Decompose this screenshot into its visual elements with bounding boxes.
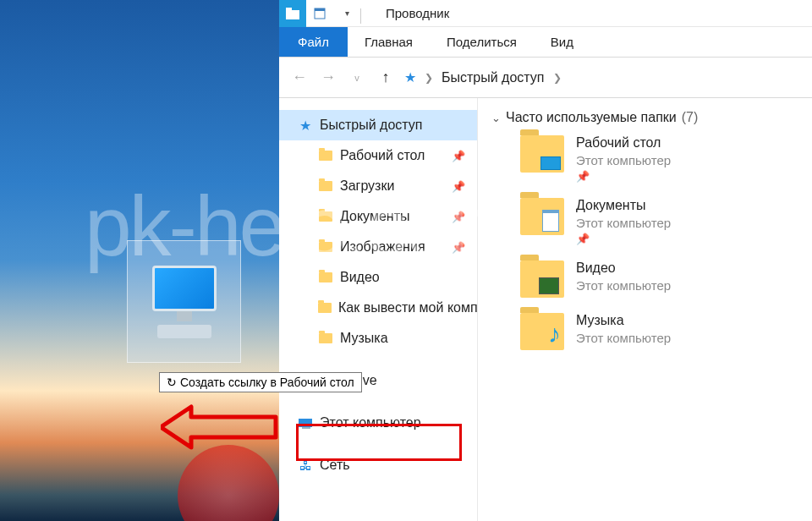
sidebar-item-folder[interactable]: Как вывести мой компьютер bbox=[279, 293, 477, 323]
pin-icon: 📌 bbox=[452, 150, 465, 162]
nav-pane: ★ Быстрый доступ Рабочий стол📌 Загрузки📌… bbox=[279, 98, 478, 521]
nav-up[interactable]: ↑ bbox=[376, 69, 396, 86]
nav-toolbar: ← → v ↑ ★ ❯ Быстрый доступ ❯ bbox=[279, 58, 812, 98]
chevron-right-icon: ❯ bbox=[425, 72, 433, 84]
folder-icon bbox=[319, 272, 332, 282]
sidebar-item-documents[interactable]: Документы📌 bbox=[279, 201, 477, 232]
breadcrumb[interactable]: ★ ❯ Быстрый доступ ❯ bbox=[404, 69, 562, 85]
folder-icon bbox=[520, 198, 564, 235]
folder-icon bbox=[319, 242, 332, 252]
pin-icon: 📌 bbox=[452, 180, 465, 193]
annotation-arrow bbox=[161, 402, 279, 452]
folder-icon bbox=[319, 151, 332, 161]
nav-recent-dropdown[interactable]: v bbox=[347, 73, 367, 83]
tab-share[interactable]: Поделиться bbox=[430, 27, 534, 57]
pc-icon bbox=[299, 419, 312, 427]
folder-icon: ♪ bbox=[520, 313, 564, 350]
folder-icon bbox=[520, 135, 564, 173]
nav-back[interactable]: ← bbox=[289, 69, 310, 86]
qat-dropdown[interactable]: ▾ bbox=[333, 0, 360, 27]
window-title: Проводник bbox=[386, 6, 449, 20]
svg-rect-4 bbox=[315, 8, 325, 11]
desktop-icon-this-pc[interactable] bbox=[127, 240, 241, 363]
sidebar-this-pc[interactable]: Этот компьютер bbox=[279, 408, 477, 438]
drag-tooltip: ↻ Создать ссылку в Рабочий стол bbox=[159, 372, 362, 392]
folder-card-documents[interactable]: ДокументыЭтот компьютер📌 bbox=[520, 198, 798, 245]
pin-icon: 📌 bbox=[452, 241, 465, 254]
sidebar-item-videos[interactable]: Видео bbox=[279, 262, 477, 293]
folder-icon bbox=[319, 181, 332, 191]
folder-card-desktop[interactable]: Рабочий столЭтот компьютер📌 bbox=[520, 135, 798, 183]
folder-card-music[interactable]: ♪ МузыкаЭтот компьютер bbox=[520, 313, 798, 350]
titlebar: ▾ Проводник bbox=[279, 0, 812, 27]
sidebar-item-music[interactable]: Музыка bbox=[279, 323, 477, 354]
qat-properties[interactable] bbox=[306, 0, 333, 27]
star-icon: ★ bbox=[298, 118, 313, 133]
monitor-icon bbox=[152, 266, 217, 311]
star-icon: ★ bbox=[404, 69, 416, 85]
svg-rect-1 bbox=[286, 10, 299, 19]
folder-card-videos[interactable]: ВидеоЭтот компьютер bbox=[520, 260, 798, 298]
explorer-window: ▾ Проводник Файл Главная Поделиться Вид … bbox=[279, 0, 812, 521]
pin-icon: 📌 bbox=[576, 170, 671, 183]
folder-icon bbox=[318, 303, 332, 313]
tab-file[interactable]: Файл bbox=[279, 27, 348, 57]
content-pane: ⌄ Часто используемые папки (7) Рабочий с… bbox=[478, 98, 812, 521]
svg-rect-2 bbox=[286, 8, 292, 10]
nav-forward[interactable]: → bbox=[318, 69, 338, 86]
ribbon-tabs: Файл Главная Поделиться Вид bbox=[279, 27, 812, 58]
sidebar-item-downloads[interactable]: Загрузки📌 bbox=[279, 171, 477, 201]
decorative-circle bbox=[178, 445, 279, 521]
folder-icon bbox=[319, 211, 332, 222]
group-header[interactable]: ⌄ Часто используемые папки (7) bbox=[491, 110, 798, 125]
tab-view[interactable]: Вид bbox=[534, 27, 590, 57]
sidebar-quick-access[interactable]: ★ Быстрый доступ bbox=[279, 110, 477, 140]
sidebar-item-desktop[interactable]: Рабочий стол📌 bbox=[279, 140, 477, 171]
chevron-right-icon: ❯ bbox=[553, 72, 562, 84]
sidebar-item-pictures[interactable]: Изображения📌 bbox=[279, 232, 477, 262]
tab-home[interactable]: Главная bbox=[348, 27, 430, 57]
network-icon: 🖧 bbox=[298, 458, 313, 473]
folder-icon bbox=[520, 260, 564, 298]
pin-icon: 📌 bbox=[576, 233, 671, 245]
sidebar-network[interactable]: 🖧Сеть bbox=[279, 450, 477, 480]
shortcut-icon: ↻ bbox=[167, 376, 177, 389]
chevron-down-icon: ⌄ bbox=[491, 112, 501, 124]
pin-icon: 📌 bbox=[452, 211, 465, 223]
breadcrumb-root[interactable]: Быстрый доступ bbox=[442, 70, 545, 85]
app-icon[interactable] bbox=[279, 0, 306, 27]
folder-icon bbox=[319, 333, 332, 343]
svg-marker-0 bbox=[161, 407, 276, 447]
